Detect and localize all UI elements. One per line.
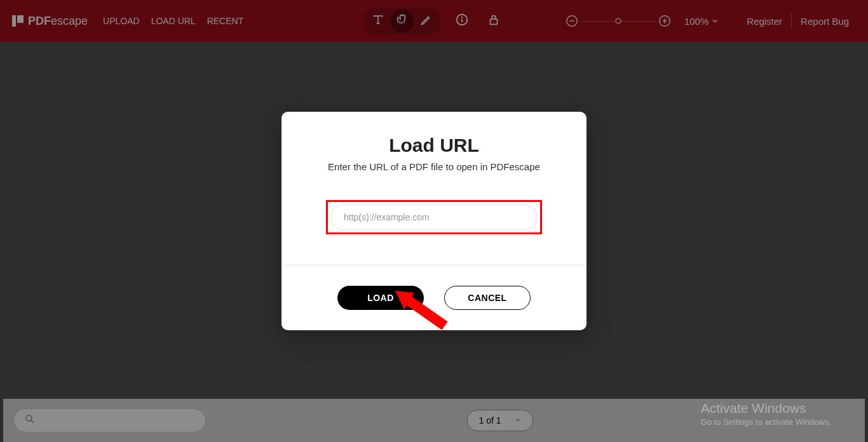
watermark-title: Activate Windows xyxy=(701,401,831,416)
input-highlight-annotation xyxy=(326,200,542,234)
windows-watermark: Activate Windows Go to Settings to activ… xyxy=(701,401,831,427)
watermark-subtitle: Go to Settings to activate Windows. xyxy=(701,417,831,427)
modal-body: Load URL Enter the URL of a PDF file to … xyxy=(281,112,587,265)
url-input[interactable] xyxy=(330,204,538,230)
load-url-modal: Load URL Enter the URL of a PDF file to … xyxy=(281,112,587,330)
modal-footer: LOAD CANCEL xyxy=(281,265,587,330)
modal-subtitle: Enter the URL of a PDF file to open in P… xyxy=(302,161,566,172)
cancel-button[interactable]: CANCEL xyxy=(444,286,531,310)
load-button[interactable]: LOAD xyxy=(337,286,424,310)
modal-title: Load URL xyxy=(302,135,566,156)
